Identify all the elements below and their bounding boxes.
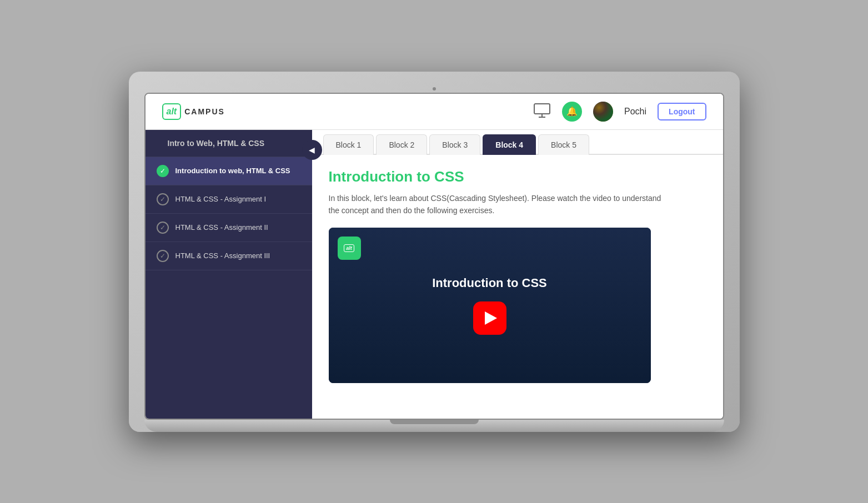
header: alt CAMPUS 🔔 xyxy=(145,94,723,130)
notification-bell-button[interactable]: 🔔 xyxy=(562,102,582,122)
tabs-container: Block 1 Block 2 Block 3 Block 4 Block 5 xyxy=(312,130,723,155)
video-container[interactable]: alt Introduction to CSS xyxy=(329,228,651,383)
sidebar-item-label-intro: Introduction to web, HTML & CSS xyxy=(175,167,290,175)
sidebar: ◀ Intro to Web, HTML & CSS ✓ Introductio… xyxy=(145,130,312,419)
sidebar-item-icon-pending2: ✓ xyxy=(157,222,169,234)
sidebar-item-icon-completed: ✓ xyxy=(157,165,169,177)
back-arrow-icon: ◀ xyxy=(309,145,315,154)
play-icon xyxy=(485,311,497,325)
logout-button[interactable]: Logout xyxy=(658,103,706,120)
sidebar-item-assignment1[interactable]: ✓ HTML & CSS - Assignment I xyxy=(145,185,312,214)
video-title: Introduction to CSS xyxy=(432,276,547,290)
sidebar-toggle-button[interactable]: ◀ xyxy=(302,140,322,160)
main-layout: ◀ Intro to Web, HTML & CSS ✓ Introductio… xyxy=(145,130,723,419)
content-body: Introduction to CSS In this block, let's… xyxy=(312,155,723,397)
tab-block3[interactable]: Block 3 xyxy=(429,134,480,155)
sidebar-item-icon-pending3: ✓ xyxy=(157,250,169,262)
svg-rect-0 xyxy=(534,104,550,114)
content-area: Block 1 Block 2 Block 3 Block 4 Block 5 xyxy=(312,130,723,419)
tab-block4[interactable]: Block 4 xyxy=(483,134,536,155)
sidebar-course-title: Intro to Web, HTML & CSS xyxy=(145,130,312,157)
sidebar-item-intro[interactable]: ✓ Introduction to web, HTML & CSS xyxy=(145,157,312,185)
tab-block1[interactable]: Block 1 xyxy=(323,134,374,155)
sidebar-item-label-assignment2: HTML & CSS - Assignment II xyxy=(175,223,268,232)
sidebar-item-label-assignment1: HTML & CSS - Assignment I xyxy=(175,195,267,203)
sidebar-item-icon-pending1: ✓ xyxy=(157,193,169,205)
content-title: Introduction to CSS xyxy=(329,168,706,185)
bell-icon: 🔔 xyxy=(566,106,578,117)
video-background: Introduction to CSS xyxy=(329,228,651,383)
video-logo-text: alt xyxy=(344,244,354,252)
avatar-image xyxy=(593,102,613,122)
logo: alt CAMPUS xyxy=(162,103,225,120)
logo-alt-text: alt xyxy=(167,107,177,116)
username: Pochi xyxy=(624,107,646,117)
header-right: 🔔 Pochi Logout xyxy=(533,102,706,122)
logo-campus-text: CAMPUS xyxy=(184,107,225,116)
whiteboard-icon[interactable] xyxy=(533,103,551,120)
video-play-button[interactable] xyxy=(473,301,506,335)
tab-block2[interactable]: Block 2 xyxy=(376,134,427,155)
content-description: In this block, let's learn about CSS(Cas… xyxy=(329,192,662,217)
avatar xyxy=(593,102,613,122)
sidebar-item-assignment3[interactable]: ✓ HTML & CSS - Assignment III xyxy=(145,242,312,270)
sidebar-item-assignment2[interactable]: ✓ HTML & CSS - Assignment II xyxy=(145,214,312,242)
sidebar-item-label-assignment3: HTML & CSS - Assignment III xyxy=(175,251,270,260)
tab-block5[interactable]: Block 5 xyxy=(538,134,589,155)
logo-box: alt xyxy=(162,103,182,120)
video-logo: alt xyxy=(338,237,361,260)
